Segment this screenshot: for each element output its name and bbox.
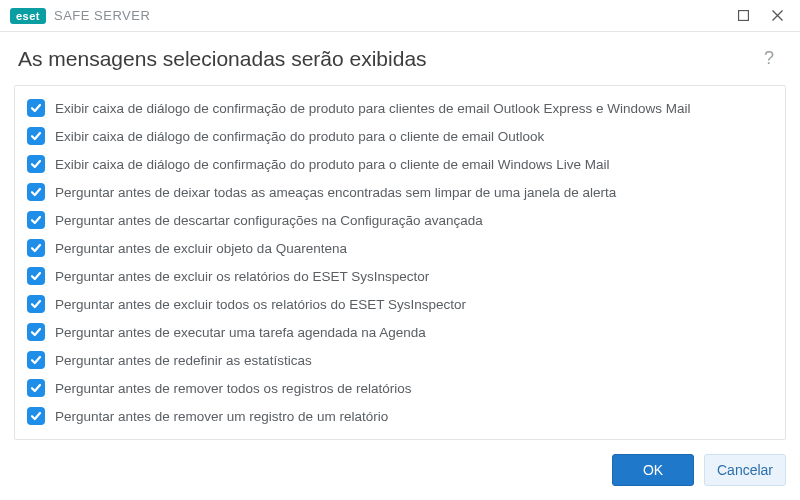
option-label: Perguntar antes de excluir objeto da Qua… <box>55 241 347 256</box>
product-name: SAFE SERVER <box>54 8 150 23</box>
option-row: Exibir caixa de diálogo de confirmação d… <box>27 122 775 150</box>
cancel-button[interactable]: Cancelar <box>704 454 786 486</box>
option-checkbox[interactable] <box>27 351 45 369</box>
option-checkbox[interactable] <box>27 99 45 117</box>
check-icon <box>30 410 42 422</box>
brand-badge: eset <box>10 8 46 24</box>
option-label: Perguntar antes de remover um registro d… <box>55 409 388 424</box>
check-icon <box>30 270 42 282</box>
check-icon <box>30 186 42 198</box>
dialog-header: As mensagens selecionadas serão exibidas… <box>0 32 800 81</box>
option-label: Exibir caixa de diálogo de confirmação d… <box>55 101 691 116</box>
dialog-footer: OK Cancelar <box>0 440 800 500</box>
option-row: Perguntar antes de excluir todos os rela… <box>27 290 775 318</box>
option-row: Exibir caixa de diálogo de confirmação d… <box>27 94 775 122</box>
option-label: Perguntar antes de descartar configuraçõ… <box>55 213 483 228</box>
option-checkbox[interactable] <box>27 127 45 145</box>
option-row: Perguntar antes de remover todos os regi… <box>27 374 775 402</box>
option-checkbox[interactable] <box>27 155 45 173</box>
check-icon <box>30 354 42 366</box>
check-icon <box>30 158 42 170</box>
close-icon <box>772 10 783 21</box>
option-checkbox[interactable] <box>27 323 45 341</box>
square-icon <box>738 10 749 21</box>
option-row: Perguntar antes de excluir objeto da Qua… <box>27 234 775 262</box>
option-label: Perguntar antes de excluir os relatórios… <box>55 269 429 284</box>
option-checkbox[interactable] <box>27 239 45 257</box>
option-row: Perguntar antes de deixar todas as ameaç… <box>27 178 775 206</box>
check-icon <box>30 382 42 394</box>
check-icon <box>30 214 42 226</box>
option-label: Perguntar antes de executar uma tarefa a… <box>55 325 426 340</box>
option-row: Perguntar antes de descartar configuraçõ… <box>27 206 775 234</box>
check-icon <box>30 130 42 142</box>
option-checkbox[interactable] <box>27 211 45 229</box>
check-icon <box>30 102 42 114</box>
ok-button[interactable]: OK <box>612 454 694 486</box>
option-checkbox[interactable] <box>27 183 45 201</box>
option-row: Perguntar antes de executar uma tarefa a… <box>27 318 775 346</box>
options-list[interactable]: Exibir caixa de diálogo de confirmação d… <box>15 86 785 439</box>
option-row: Exibir caixa de diálogo de confirmação d… <box>27 150 775 178</box>
titlebar: eset SAFE SERVER <box>0 0 800 32</box>
option-label: Exibir caixa de diálogo de confirmação d… <box>55 129 544 144</box>
option-row: Perguntar antes de remover um registro d… <box>27 402 775 430</box>
window-maximize-button[interactable] <box>726 2 760 30</box>
window-close-button[interactable] <box>760 2 794 30</box>
svg-rect-0 <box>738 11 748 21</box>
page-title: As mensagens selecionadas serão exibidas <box>18 47 758 71</box>
option-label: Perguntar antes de remover todos os regi… <box>55 381 411 396</box>
option-label: Perguntar antes de redefinir as estatíst… <box>55 353 312 368</box>
help-icon[interactable]: ? <box>758 46 780 71</box>
option-checkbox[interactable] <box>27 407 45 425</box>
check-icon <box>30 326 42 338</box>
check-icon <box>30 298 42 310</box>
option-label: Perguntar antes de deixar todas as ameaç… <box>55 185 616 200</box>
option-label: Exibir caixa de diálogo de confirmação d… <box>55 157 610 172</box>
check-icon <box>30 242 42 254</box>
option-checkbox[interactable] <box>27 295 45 313</box>
option-label: Perguntar antes de excluir todos os rela… <box>55 297 466 312</box>
option-checkbox[interactable] <box>27 379 45 397</box>
option-row: Perguntar antes de redefinir as estatíst… <box>27 346 775 374</box>
options-panel: Exibir caixa de diálogo de confirmação d… <box>14 85 786 440</box>
option-row: Perguntar antes de excluir os relatórios… <box>27 262 775 290</box>
option-checkbox[interactable] <box>27 267 45 285</box>
